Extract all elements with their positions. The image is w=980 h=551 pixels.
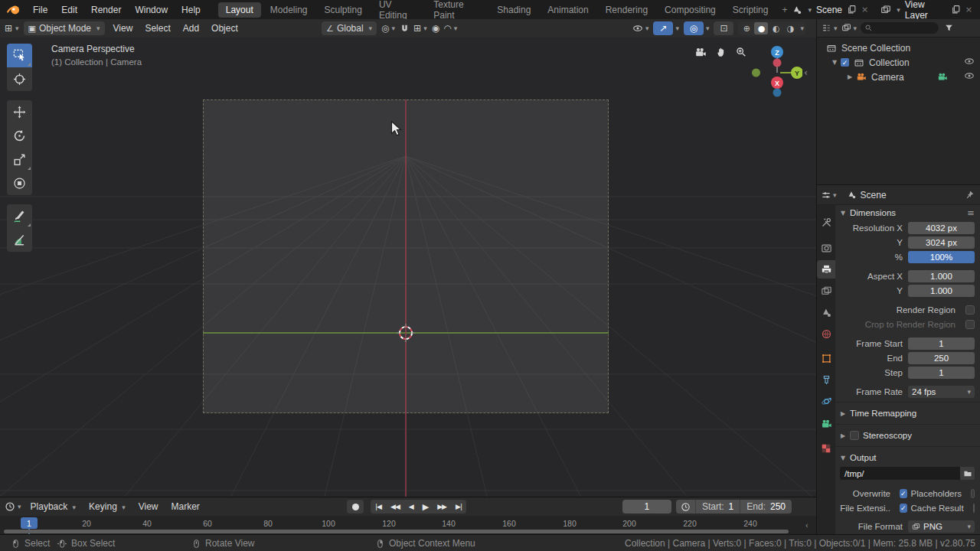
frame-step-field[interactable]: 1 [908,367,975,379]
tab-scripting[interactable]: Scripting [725,2,776,18]
transform-orientation-dropdown[interactable]: ∠ Global ▾ [322,21,377,35]
chevron-down-icon[interactable]: ▾ [833,191,837,199]
snap-target-icon[interactable]: ⊞ [413,23,421,34]
visibility-dropdown[interactable]: ▾ [632,23,649,34]
expand-triangle-icon[interactable]: ▼ [831,59,838,66]
expand-triangle-icon[interactable]: ▶ [846,73,854,80]
view-layer-icon[interactable] [880,5,891,15]
file-extensions-checkbox[interactable]: ✓ [900,504,907,513]
aspect-y-field[interactable]: 1.000 [908,285,975,297]
outliner-search-input[interactable] [861,22,939,34]
falloff-icon[interactable]: ◠ [443,23,451,34]
chevron-down-icon[interactable]: ▾ [18,503,21,510]
menu-playback[interactable]: Playback ▾ [27,501,80,512]
editor-type-outliner-icon[interactable] [822,23,831,33]
chevron-down-icon[interactable]: ▾ [800,24,804,32]
filter-funnel-icon[interactable] [944,23,954,33]
timeline-scrollbar[interactable] [4,530,789,533]
tab-physics[interactable] [817,392,835,410]
stereoscopy-checkbox[interactable] [850,431,859,440]
panel-time-remapping[interactable]: ▶ Time Remapping [835,406,980,421]
shading-wireframe-button[interactable]: ⊕ [740,22,753,34]
tab-shading[interactable]: Shading [489,2,538,18]
snap-controls[interactable]: ⊞ ▾ [400,23,427,34]
current-frame-field[interactable]: 1 [622,500,671,514]
ruler-collapse-arrow[interactable]: ‹ [805,520,808,530]
proportional-editing-icon[interactable]: ◉ [432,23,439,34]
crop-render-region-checkbox[interactable] [965,320,975,329]
panel-dimensions[interactable]: ▼ Dimensions ≡ [835,205,980,220]
aspect-x-field[interactable]: 1.000 [908,270,975,282]
outliner-row-collection[interactable]: ▼ ✓ Collection [817,55,980,70]
zoom-button[interactable] [735,46,747,60]
xray-toggle[interactable]: ⊡ [714,21,733,35]
cache-result-checkbox[interactable] [973,504,975,513]
outliner-row-camera[interactable]: ▶ Camera [817,70,980,84]
scene-icon[interactable] [792,5,802,15]
show-overlays-toggle[interactable]: ◎ [684,21,704,35]
editor-type-timeline-icon[interactable] [5,501,15,512]
browse-folder-icon[interactable] [960,467,975,480]
pivot-dropdown[interactable]: ◎ ▾ [381,23,395,34]
tab-constraints[interactable] [817,370,835,389]
chevron-down-icon[interactable]: ▾ [834,24,838,32]
auto-keying-record-button[interactable] [347,500,364,514]
tab-object[interactable] [817,349,835,367]
tool-annotate[interactable] [7,204,32,228]
editor-type-viewport-icon[interactable]: ⊞ [5,23,12,34]
frame-start-field[interactable]: Start:1 [696,500,740,514]
chevron-down-icon[interactable]: ▾ [675,24,679,32]
tab-animation[interactable]: Animation [540,2,596,18]
tab-modeling[interactable]: Modeling [263,2,315,18]
resolution-x-field[interactable]: 4032 px [908,222,975,234]
menu-help[interactable]: Help [175,5,207,15]
proportional-editing-controls[interactable]: ◉ ◠ ▾ [432,23,458,34]
add-workspace-button[interactable]: + [777,5,792,15]
menu-view-timeline[interactable]: View [135,501,162,512]
tool-move[interactable] [7,100,32,124]
use-preview-range-icon[interactable] [676,500,696,514]
menu-keying[interactable]: Keying ▾ [85,501,129,512]
placeholders-checkbox[interactable] [971,489,975,498]
unlink-scene-icon[interactable]: × [860,5,870,15]
tool-measure[interactable] [7,228,32,252]
frame-start-field[interactable]: 1 [908,337,975,350]
new-scene-icon[interactable] [847,5,857,15]
playhead[interactable]: 1 [21,517,38,529]
tab-view-layer[interactable] [817,282,835,300]
tab-object-data[interactable] [817,415,835,433]
tool-transform[interactable] [7,171,32,195]
tab-world[interactable] [817,324,835,343]
tab-sculpting[interactable]: Sculpting [317,2,370,18]
navigation-gizmo[interactable]: Z Y X [752,45,802,99]
pan-hand-button[interactable] [715,46,727,60]
menu-edit[interactable]: Edit [54,5,84,15]
jump-to-end-button[interactable]: ▶| [451,503,466,510]
tool-select-box[interactable] [7,44,32,67]
menu-render[interactable]: Render [84,5,128,15]
pin-icon[interactable] [965,190,975,200]
chevron-down-icon[interactable]: ▾ [706,24,710,32]
scene-name[interactable]: Scene [816,5,842,15]
tool-cursor[interactable] [7,67,32,91]
panel-stereoscopy[interactable]: ▶ Stereoscopy [835,428,980,443]
menu-object[interactable]: Object [207,23,242,34]
tool-scale[interactable] [7,148,32,171]
display-mode-icon[interactable] [841,23,851,33]
hide-camera-eye-icon[interactable] [964,70,975,83]
new-view-layer-icon[interactable] [951,5,961,15]
tab-tool[interactable] [817,213,835,231]
remove-view-layer-icon[interactable]: × [964,5,974,15]
menu-file[interactable]: File [26,5,54,15]
hide-collection-eye-icon[interactable] [964,56,975,69]
tab-rendering[interactable]: Rendering [598,2,655,18]
next-keyframe-button[interactable]: ▶▶ [433,503,451,510]
tab-layout[interactable]: Layout [218,2,261,18]
resolution-y-field[interactable]: 3024 px [908,236,975,249]
play-button[interactable]: ▶ [418,502,433,512]
tool-rotate[interactable] [7,124,32,148]
resolution-pct-slider[interactable]: 100% [908,251,975,263]
frame-rate-dropdown[interactable]: 24 fps▾ [908,386,975,398]
viewport-3d[interactable]: Camera Perspective (1) Collection | Came… [0,37,816,497]
tab-scene[interactable] [817,303,835,321]
